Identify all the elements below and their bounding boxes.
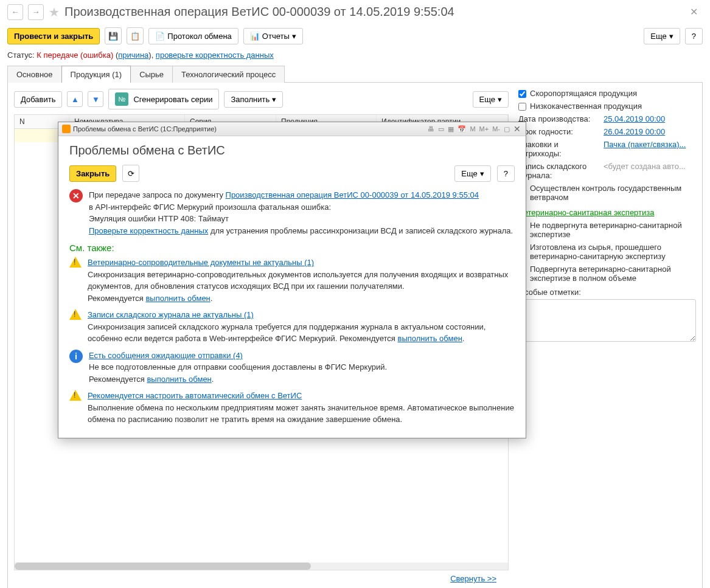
- dialog-heading: Проблемы обмена с ВетИС: [69, 144, 515, 157]
- dialog-title: Проблемы обмена с ВетИС (1С:Предприятие): [73, 125, 217, 133]
- exchange-link-1[interactable]: выполнить обмен: [145, 294, 210, 303]
- vsd-outdated-link[interactable]: Ветеринарно-сопроводительные документы н…: [88, 257, 515, 269]
- see-also-heading: См. также:: [69, 243, 515, 253]
- save-button[interactable]: 💾: [105, 27, 122, 44]
- dlg-doc-icon[interactable]: ▭: [437, 125, 445, 133]
- post-button[interactable]: 📋: [127, 27, 144, 44]
- info-icon: i: [69, 350, 83, 363]
- tab-products[interactable]: Продукция (1): [61, 66, 131, 83]
- dlg-mplus-icon[interactable]: M+: [478, 125, 490, 133]
- tab-raw[interactable]: Сырье: [130, 66, 173, 83]
- check-data-link[interactable]: Проверьте корректность данных: [89, 226, 208, 235]
- production-date-field[interactable]: 25.04.2019 00:00: [604, 114, 665, 123]
- tab-main[interactable]: Основное: [7, 66, 62, 83]
- warning-icon: [69, 390, 82, 401]
- status-row: Статус: К передаче (ошибка) (причина), п…: [0, 48, 710, 66]
- fill-button[interactable]: Заполнить ▾: [224, 91, 283, 108]
- status-value: К передаче (ошибка): [37, 50, 113, 60]
- add-button[interactable]: Добавить: [14, 91, 62, 108]
- vet-expertise-heading: Ветеринарно-санитарная экспертиза: [518, 208, 696, 217]
- dlg-cal-icon[interactable]: 📅: [456, 125, 467, 133]
- protocol-button[interactable]: 📄 Протокол обмена: [148, 28, 238, 44]
- collapse-link[interactable]: Свернуть >>: [450, 574, 496, 583]
- dialog-help-button[interactable]: ?: [497, 165, 515, 182]
- page-title: Производственная операция ВетИС 00-00003…: [64, 5, 680, 19]
- perishable-checkbox[interactable]: [518, 90, 526, 98]
- warning-icon: [69, 309, 82, 320]
- status-reason-link[interactable]: причина: [118, 50, 148, 60]
- close-page-button[interactable]: ✕: [685, 4, 703, 20]
- horizontal-scrollbar[interactable]: [15, 562, 508, 570]
- lowquality-checkbox[interactable]: [518, 103, 526, 111]
- dlg-maximize-icon[interactable]: ▢: [503, 125, 511, 133]
- reports-button[interactable]: 📊 Отчеты ▾: [243, 28, 303, 44]
- journal-outdated-link[interactable]: Записи складского журнала не актуальны (…: [88, 309, 515, 321]
- dialog-close-button[interactable]: ✕: [512, 124, 522, 134]
- pending-messages-link[interactable]: Есть сообщения ожидающие отправки (4): [89, 350, 515, 362]
- auto-exchange-link[interactable]: Рекомендуется настроить автоматический о…: [88, 390, 515, 402]
- tab-process[interactable]: Технологический процесс: [172, 66, 285, 83]
- more-button[interactable]: Еще ▾: [644, 28, 680, 44]
- expiry-date-field[interactable]: 26.04.2019 00:00: [604, 127, 665, 136]
- app-logo-icon: [62, 125, 71, 133]
- favorite-star-icon[interactable]: ★: [49, 5, 60, 19]
- status-check-link[interactable]: проверьте корректность данных: [156, 50, 274, 60]
- dlg-m-icon[interactable]: M: [468, 125, 476, 133]
- error-doc-link[interactable]: Производственная операция ВетИС 00-00003…: [226, 190, 479, 199]
- move-down-button[interactable]: ▼: [88, 91, 103, 107]
- dlg-mminus-icon[interactable]: M-: [491, 125, 501, 133]
- nav-forward-button[interactable]: →: [28, 4, 44, 20]
- packaging-field[interactable]: Пачка (пакет/связка)...: [604, 140, 686, 158]
- error-icon: ✕: [69, 189, 83, 202]
- save-close-button[interactable]: Провести и закрыть: [7, 28, 100, 44]
- problems-dialog: Проблемы обмена с ВетИС (1С:Предприятие)…: [58, 122, 526, 438]
- warning-icon: [69, 257, 82, 268]
- dlg-calc-icon[interactable]: ▦: [447, 125, 455, 133]
- dialog-close-btn[interactable]: Закрыть: [69, 165, 116, 182]
- dialog-refresh-button[interactable]: ⟳: [122, 165, 139, 182]
- generate-series-button[interactable]: №Сгенерировать серии: [108, 89, 219, 109]
- dlg-print-icon[interactable]: 🖶: [426, 125, 436, 133]
- nav-back-button[interactable]: ←: [7, 4, 23, 20]
- table-more-button[interactable]: Еще ▾: [473, 91, 509, 108]
- notes-textarea[interactable]: [518, 299, 696, 342]
- move-up-button[interactable]: ▲: [67, 91, 83, 107]
- help-button[interactable]: ?: [685, 28, 703, 44]
- exchange-link-3[interactable]: выполнить обмен: [147, 375, 211, 384]
- journal-field: <будет создана авто...: [604, 162, 696, 180]
- exchange-link-2[interactable]: выполнить обмен: [397, 334, 462, 343]
- dialog-more-button[interactable]: Еще ▾: [454, 165, 490, 182]
